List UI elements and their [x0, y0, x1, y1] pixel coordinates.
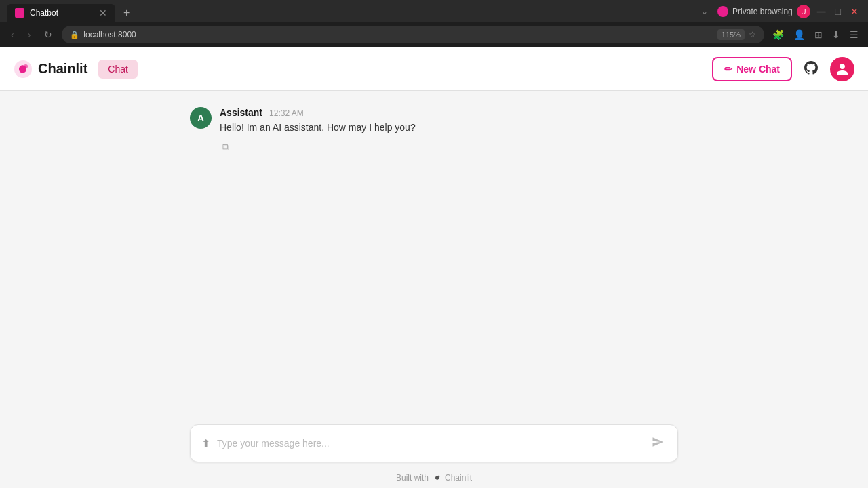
message-text: Hello! Im an AI assistant. How may I hel…	[220, 121, 678, 135]
logo-icon	[14, 60, 33, 79]
avatar-initial: A	[197, 113, 204, 123]
message-header: Assistant 12:32 AM	[220, 107, 678, 118]
back-button[interactable]: ‹	[7, 26, 18, 43]
github-icon	[803, 60, 819, 76]
input-container: ⬆	[176, 424, 692, 462]
app: Chainlit Chat ✏ New Chat	[0, 47, 868, 488]
lock-icon: 🔒	[70, 30, 79, 39]
message-author: Assistant	[220, 107, 262, 118]
browser-maximize[interactable]: □	[833, 6, 844, 17]
header-left: Chainlit Chat	[14, 60, 138, 79]
new-chat-label: New Chat	[736, 64, 780, 75]
expand-icon: ⬆	[201, 438, 210, 449]
footer-chainlit-icon	[433, 473, 442, 483]
header-right: ✏ New Chat	[712, 57, 854, 81]
user-icon	[835, 62, 849, 76]
built-with-text: Built with	[396, 473, 429, 483]
tab-title: Chatbot	[30, 8, 94, 18]
browser-toolbar: ‹ › ↻ 🔒 localhost:8000 115% ☆ 🧩 👤 ⊞ ⬇ ☰	[0, 22, 868, 47]
download-button[interactable]: ⬇	[829, 26, 843, 43]
tab-bar: Chatbot ✕ + ⌄ Private browsing U ─ □ ✕	[7, 4, 861, 22]
logo-text: Chainlit	[38, 61, 87, 77]
send-icon	[652, 436, 664, 448]
address-text: localhost:8000	[83, 30, 136, 39]
footer-brand: Chainlit	[445, 473, 472, 483]
user-avatar[interactable]	[830, 57, 854, 81]
active-tab[interactable]: Chatbot ✕	[7, 4, 115, 22]
browser-toolbar-icons: 🧩 👤 ⊞ ⬇ ☰	[770, 26, 861, 43]
chat-badge[interactable]: Chat	[98, 60, 138, 79]
new-chat-button[interactable]: ✏ New Chat	[712, 57, 792, 81]
browser-user-icon[interactable]: U	[797, 5, 810, 18]
message-time: 12:32 AM	[269, 108, 304, 118]
message-container: A Assistant 12:32 AM Hello! Im an AI ass…	[176, 107, 692, 155]
svg-point-2	[438, 476, 440, 478]
extensions-button[interactable]: 🧩	[770, 26, 787, 43]
new-tab-button[interactable]: +	[118, 4, 135, 22]
footer-logo: Chainlit	[433, 473, 472, 483]
avatar: A	[190, 107, 212, 129]
message-content: Assistant 12:32 AM Hello! Im an AI assis…	[220, 107, 678, 155]
star-icon[interactable]: ☆	[749, 30, 756, 39]
tab-close-button[interactable]: ✕	[99, 8, 107, 18]
private-label: Private browsing	[732, 7, 793, 16]
github-button[interactable]	[800, 57, 822, 81]
footer: Built with Chainlit	[0, 468, 868, 488]
copy-icon: ⧉	[222, 142, 229, 152]
profile-button[interactable]: 👤	[791, 26, 808, 43]
private-icon	[717, 6, 728, 17]
chat-area: A Assistant 12:32 AM Hello! Im an AI ass…	[0, 91, 868, 413]
message-actions: ⧉	[220, 140, 678, 155]
svg-point-1	[24, 64, 28, 68]
tab-favicon	[15, 8, 24, 18]
chat-input[interactable]	[217, 438, 642, 449]
address-bar[interactable]: 🔒 localhost:8000 115% ☆	[62, 26, 764, 43]
app-header: Chainlit Chat ✏ New Chat	[0, 47, 868, 91]
logo: Chainlit	[14, 60, 87, 79]
forward-button[interactable]: ›	[24, 26, 35, 43]
expand-button[interactable]: ⬆	[201, 437, 210, 450]
tab-dropdown[interactable]: ⌄	[701, 7, 708, 16]
input-area: ⬆	[0, 413, 868, 468]
browser-minimize[interactable]: ─	[814, 5, 829, 19]
edit-icon: ✏	[724, 64, 732, 75]
table-row: A Assistant 12:32 AM Hello! Im an AI ass…	[190, 107, 678, 155]
browser-toolbar-right: ⌄ Private browsing U ─ □ ✕	[698, 5, 861, 22]
input-box: ⬆	[190, 424, 678, 462]
browser-chrome: Chatbot ✕ + ⌄ Private browsing U ─ □ ✕	[0, 0, 868, 22]
menu-button[interactable]: ☰	[847, 26, 861, 43]
sidebar-button[interactable]: ⊞	[812, 26, 825, 43]
send-button[interactable]	[649, 433, 667, 453]
copy-button[interactable]: ⧉	[220, 140, 232, 155]
refresh-button[interactable]: ↻	[40, 26, 56, 43]
zoom-badge: 115%	[717, 29, 745, 40]
browser-close[interactable]: ✕	[848, 6, 861, 17]
private-browsing-badge: Private browsing	[717, 6, 793, 17]
